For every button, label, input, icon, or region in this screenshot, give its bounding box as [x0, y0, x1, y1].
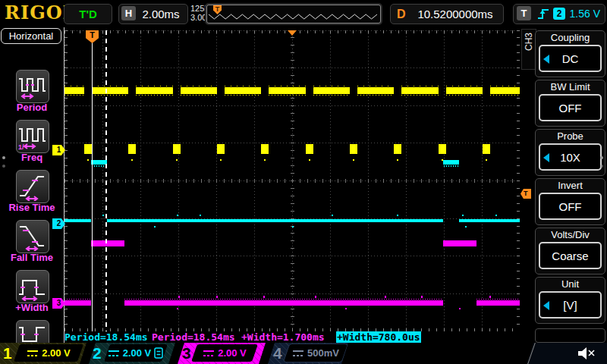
channel4-status[interactable]: 4500mV: [268, 343, 348, 364]
channel1-status[interactable]: 12.00 V: [0, 343, 86, 364]
delay-label: D: [397, 5, 406, 24]
channel-number: 2: [93, 344, 102, 363]
measurement-readouts: Period=18.54msPeriod=18.54ms+Width=1.700…: [64, 331, 531, 343]
dc-coupling-icon: [27, 349, 39, 358]
menu-label: Invert: [536, 180, 605, 191]
period-icon: [17, 71, 47, 101]
menu-bw-limit[interactable]: BW LimitOFF: [535, 80, 605, 127]
menu-label: BW Limit: [536, 81, 605, 93]
unit-value[interactable]: [V]: [539, 291, 602, 318]
menu-item-label: Fall Time: [0, 252, 64, 263]
channel-scale-content: 2.00 V: [194, 344, 255, 362]
channel-scale-box: 2.00 V: [191, 344, 258, 362]
menu-page-dot: [600, 156, 603, 159]
dc-coupling-icon: [203, 349, 215, 358]
menu-label: Probe: [536, 130, 605, 142]
sound-segment: [527, 343, 607, 364]
menu-item--width[interactable]: [16, 270, 49, 303]
delay-readout-box: D 10.5200000ms: [390, 4, 504, 24]
trigger-info-box: T 2 1.56 V: [513, 4, 605, 24]
channel3-status[interactable]: 32.00 V: [178, 343, 266, 364]
menu-page-dot: [2, 165, 5, 168]
probe-value[interactable]: 10X: [539, 143, 602, 171]
top-status-bar: RIGOL T'D H 2.00ms 125MSa/s 3.00M pts T …: [0, 0, 607, 27]
channel-number: 1: [3, 344, 12, 363]
oscilloscope-screen: RIGOL T'D H 2.00ms 125MSa/s 3.00M pts T …: [0, 0, 607, 364]
coupling-value[interactable]: DC: [539, 45, 602, 72]
bw-limit-value[interactable]: OFF: [539, 94, 602, 121]
menu-label: Coupling: [536, 32, 605, 43]
channel-scale: 2.00 V: [42, 347, 71, 359]
rising-edge-icon: [536, 7, 550, 20]
waveform-preview-bar: T: [206, 5, 381, 24]
channel-scale: 500mV: [307, 347, 339, 359]
mute-icon[interactable]: [577, 346, 596, 361]
waveform-display: [64, 30, 520, 331]
rise-time-icon: [17, 171, 47, 201]
menu-volts-div[interactable]: Volts/DivCoarse: [535, 228, 605, 275]
timebase-value: 2.00ms: [137, 5, 184, 24]
left-arrow-icon: [543, 55, 549, 64]
left-arrow-icon: [543, 153, 549, 162]
measurement-1[interactable]: Period=18.54ms: [64, 331, 148, 343]
menu-label: Unit: [536, 278, 605, 290]
measurement-3[interactable]: +Width=1.700ms: [241, 331, 325, 343]
channel2-status[interactable]: 22.00 V: [89, 343, 175, 364]
channel-scale-box: 2.00 V: [14, 344, 83, 362]
channel-scale-box: 2.00 V: [104, 344, 168, 362]
menu-item-label: Rise Time: [0, 202, 64, 213]
trigger-source-badge: 2: [553, 8, 565, 20]
menu-item-label: Period: [0, 102, 64, 113]
menu-probe[interactable]: Probe10X: [535, 129, 605, 176]
menu-coupling[interactable]: CouplingDC: [535, 30, 605, 77]
channel-scale-content: 2.00 V: [107, 344, 165, 362]
menu-item-fall-time[interactable]: [16, 220, 49, 253]
plus-width-icon: [17, 271, 47, 301]
left-arrow-icon: [543, 301, 549, 310]
freq-icon: 1/: [17, 121, 47, 151]
channel-number: 3: [182, 344, 191, 363]
channel-scale-content: 500mV: [287, 344, 344, 362]
channel-scale: 2.00 V: [218, 347, 247, 359]
trigger-status-badge: T'D: [64, 4, 112, 24]
measurement-4[interactable]: +Width=780.0us: [336, 331, 421, 343]
dc-coupling-icon: [108, 349, 120, 358]
menu-page-dot: [2, 156, 5, 159]
measurement-2[interactable]: Period=18.54ms: [152, 331, 235, 343]
channel-scale-box: 500mV: [284, 344, 348, 362]
menu-invert[interactable]: InvertOFF: [535, 178, 605, 225]
menu-label: Volts/Div: [536, 229, 605, 240]
fall-time-icon: [17, 221, 47, 251]
svg-text:1/: 1/: [18, 143, 24, 151]
trigger-level-readout: 1.56 V: [570, 5, 600, 24]
dc-coupling-icon: [292, 349, 304, 358]
channel-scale-content: 2.00 V: [17, 344, 80, 362]
menu-item-rise-time[interactable]: [16, 170, 49, 203]
preview-wave: [207, 5, 379, 21]
delay-value: 10.5200000ms: [410, 5, 500, 24]
volts-div-value[interactable]: Coarse: [539, 242, 602, 269]
menu-item-period[interactable]: [16, 70, 49, 103]
trigger-level-marker[interactable]: T: [521, 189, 531, 199]
channel-status-bar: 12.00 V22.00 V32.00 V4500mV: [0, 343, 607, 364]
menu-unit[interactable]: Unit[V]: [535, 277, 605, 324]
ch3-tab: CH3: [521, 29, 536, 70]
h-key-chip: H: [121, 6, 136, 20]
invert-value[interactable]: OFF: [539, 193, 602, 220]
menu-item-freq[interactable]: 1/: [16, 120, 49, 153]
channel-menu: CouplingDCBW LimitOFFProbe10XInvertOFFVo…: [535, 30, 605, 326]
channel-scale: 2.00 V: [123, 347, 152, 359]
bw-limit-indicator-icon: [154, 347, 164, 359]
horizontal-timebase-box: H 2.00ms: [118, 4, 188, 24]
horizontal-measure-menu: Horizontal Period1/FreqRise TimeFall Tim…: [0, 27, 64, 343]
empty-menu-slot: [535, 328, 605, 343]
left-menu-title: Horizontal: [1, 28, 61, 44]
menu-page-dot: [600, 165, 603, 168]
channel-number: 4: [273, 344, 282, 363]
trigger-key-chip: T: [517, 6, 531, 20]
